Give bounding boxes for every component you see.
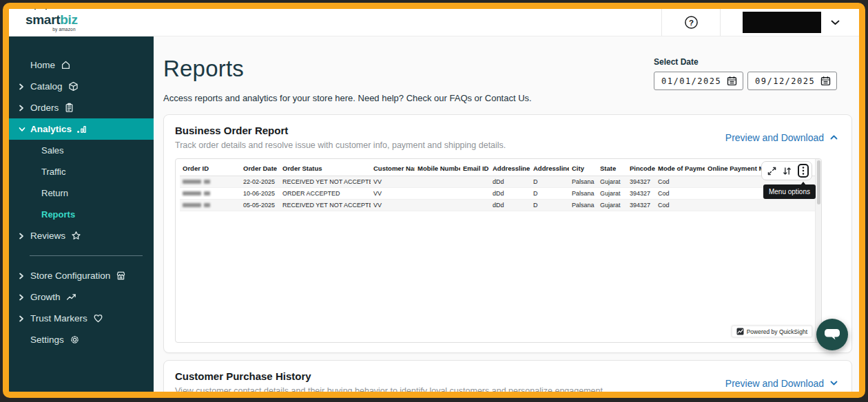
table-cell: D: [530, 176, 569, 188]
smartbiz-app: smartbiz by amazon ?: [9, 9, 859, 392]
table-row[interactable]: 10-06-2025ORDER ACCEPTEDVVdDdDPalsanaGuj…: [180, 188, 818, 200]
column-header: State: [597, 160, 627, 176]
table-cell: Palsana: [569, 200, 597, 211]
table-cell: [705, 176, 770, 188]
sidebar-item-analytics[interactable]: Analytics: [9, 118, 154, 140]
quicksight-report-frame: Order IDOrder DateOrder StatusCustomer N…: [175, 158, 822, 343]
chevron-right-icon: [19, 273, 30, 279]
table-cell: [460, 176, 490, 188]
smartbiz-logo[interactable]: smartbiz by amazon: [25, 9, 78, 36]
table-cell: Palsana: [569, 176, 597, 188]
gear-icon: [70, 335, 80, 345]
column-header: Email ID: [460, 160, 490, 176]
sidebar-item-home[interactable]: Home: [9, 54, 154, 76]
column-header: City: [569, 160, 597, 176]
menu-options-tooltip: Menu options: [763, 184, 816, 199]
business-order-table: Order IDOrder DateOrder StatusCustomer N…: [180, 160, 818, 211]
sidebar-item-reviews[interactable]: Reviews: [9, 225, 154, 246]
sidebar-item-orders[interactable]: Orders: [9, 97, 154, 118]
table-cell: Cod: [655, 188, 705, 200]
sidebar-item-sales[interactable]: Sales: [9, 140, 154, 161]
preview-and-download-button[interactable]: Preview and Download: [725, 378, 840, 389]
column-header: Mode of Payment: [655, 160, 705, 176]
bar-chart-icon: [77, 124, 87, 134]
table-cell: [460, 188, 490, 200]
card-head-text: Business Order Report Track order detail…: [175, 125, 506, 150]
table-row[interactable]: 05-05-2025RECEIVED YET NOT ACCEPTEDVVdDd…: [180, 200, 818, 211]
chevron-right-icon: [19, 83, 30, 90]
sidebar-item-store-configuration[interactable]: Store Configuration: [9, 265, 154, 286]
calendar-icon[interactable]: [727, 76, 737, 86]
clipboard-icon: [64, 103, 74, 113]
svg-text:?: ?: [688, 19, 693, 27]
heart-badge-icon: [93, 313, 103, 324]
storefront-awning-icon: [34, 5, 47, 10]
table-cell: [415, 200, 460, 211]
card-head-text: Customer Purchase History View customer …: [175, 370, 605, 392]
sort-icon[interactable]: [783, 167, 792, 176]
column-header: Order Status: [280, 160, 371, 176]
sidebar-nav: Home Catalog: [9, 36, 154, 392]
table-cell: Gujarat: [597, 188, 627, 200]
scrollbar-thumb[interactable]: [817, 160, 820, 204]
table-cell: Gujarat: [597, 200, 627, 211]
account-menu[interactable]: [721, 9, 859, 36]
sidebar-item-traffic[interactable]: Traffic: [9, 161, 154, 182]
main-content: Reports Access reports and analytics for…: [154, 36, 859, 392]
sidebar-item-settings[interactable]: Settings: [9, 329, 154, 350]
table-cell: [705, 188, 770, 200]
table-row[interactable]: 22-02-2025RECEIVED YET NOT ACCEPTEDVVdDd…: [180, 176, 818, 188]
table-cell: RECEIVED YET NOT ACCEPTED: [280, 200, 371, 211]
screenshot-stage: smartbiz by amazon ?: [0, 0, 868, 402]
table-scrollbar[interactable]: [815, 159, 821, 342]
quicksight-chart-icon: [736, 328, 744, 335]
sidebar-item-reports[interactable]: Reports: [9, 204, 154, 225]
date-range-picker: Select Date 01/01/2025: [654, 57, 837, 90]
sidebar-item-return[interactable]: Return: [9, 182, 154, 204]
help-button[interactable]: ?: [662, 9, 720, 36]
table-cell: 394327: [627, 200, 655, 211]
table-cell: VV: [371, 188, 415, 200]
storefront-icon: [116, 271, 126, 281]
chat-widget-button[interactable]: [816, 319, 848, 350]
menu-options-button[interactable]: [798, 164, 809, 178]
kebab-menu-icon: [801, 166, 805, 176]
table-cell: [705, 200, 770, 211]
table-cell: 22-02-2025: [240, 176, 280, 188]
chevron-down-icon: [830, 381, 838, 385]
table-cell: Cod: [655, 176, 705, 188]
calendar-icon[interactable]: [820, 76, 831, 86]
table-cell: D: [530, 200, 569, 211]
table-cell: 394327: [627, 176, 655, 188]
table-cell: [415, 176, 460, 188]
column-header: Mobile Number: [415, 160, 460, 176]
sidebar-item-trust-markers[interactable]: Trust Markers: [9, 308, 154, 329]
table-cell: dDd: [490, 176, 530, 188]
screen-share-border: smartbiz by amazon ?: [3, 3, 865, 398]
date-to-input[interactable]: 09/12/2025: [747, 72, 837, 90]
table-cell: D: [530, 188, 569, 200]
chevron-down-icon: [19, 127, 30, 132]
maximize-icon[interactable]: [767, 167, 776, 176]
column-header: Addressline 1: [490, 160, 530, 176]
table-cell: VV: [371, 176, 415, 188]
table-cell: [770, 200, 818, 211]
business-order-report-card: Business Order Report Track order detail…: [163, 114, 852, 353]
table-cell: Gujarat: [597, 176, 627, 188]
report-toolbar: [761, 161, 812, 180]
date-from-input[interactable]: 01/01/2025: [654, 72, 743, 90]
preview-and-download-button[interactable]: Preview and Download: [725, 132, 840, 143]
select-date-label: Select Date: [654, 57, 837, 67]
sidebar-item-growth[interactable]: Growth: [9, 286, 154, 308]
chevron-down-icon: [831, 20, 840, 25]
body-row: Home Catalog: [9, 36, 859, 392]
star-icon: [71, 231, 81, 241]
topbar-right: ?: [661, 9, 859, 36]
table-cell: [180, 188, 240, 200]
column-header: Pincode: [627, 160, 655, 176]
table-cell: RECEIVED YET NOT ACCEPTED: [280, 176, 371, 188]
table-cell: [180, 200, 240, 211]
table-cell: [460, 200, 490, 211]
sidebar-item-catalog[interactable]: Catalog: [9, 76, 154, 97]
table-cell: [180, 176, 240, 188]
